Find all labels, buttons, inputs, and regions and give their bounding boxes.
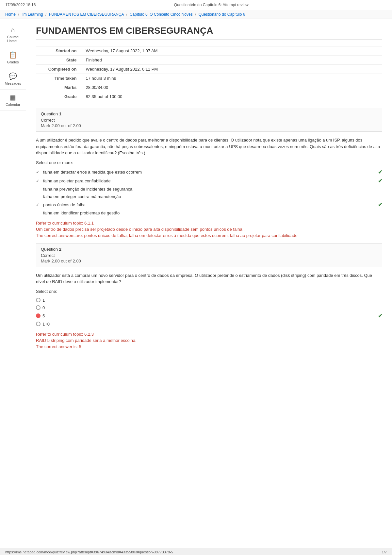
question-2-feedback: Refer to curriculum topic: 6.2.3 RAID 5 …: [36, 332, 382, 349]
question-1-feedback-line2: The correct answers are: pontos únicos d…: [36, 233, 382, 238]
sidebar-label-course-home: CourseHome: [7, 35, 19, 43]
sidebar-label-grades: Grades: [7, 60, 19, 64]
question-2-option-4-text: 1+0: [42, 322, 50, 327]
home-icon: ⌂: [11, 26, 15, 34]
question-2-option-3-text: 5: [42, 313, 45, 318]
question-1-option-2: ✓ falha ao projetar para confiabilidade …: [36, 177, 382, 185]
question-1-feedback: Refer to curriculum topic: 6.1.1 Um cent…: [36, 221, 382, 238]
breadcrumb-quiz[interactable]: Questionário do Capítulo 6: [199, 12, 245, 17]
question-2-option-3: 5 ✔: [36, 311, 382, 320]
question-2-feedback-ref: Refer to curriculum topic: 6.2.3: [36, 332, 382, 337]
info-row-grade: Grade 82.35 out of 100.00: [36, 92, 382, 101]
bottom-bar: https://lms.netacad.com/mod/quiz/review.…: [0, 548, 392, 555]
question-1-content: A um utilizador é pedido que avalie o ce…: [36, 137, 382, 238]
sidebar-item-messages[interactable]: 💬 Messages: [0, 68, 26, 90]
checkmark-icon-q1o1: ✓: [36, 170, 41, 175]
question-1-option-1: ✓ falha em detectar erros à medida que e…: [36, 168, 382, 177]
question-1-box: Question 1 Correct Mark 2.00 out of 2.00: [36, 108, 382, 132]
time-value: 17 hours 3 mins: [82, 74, 382, 83]
messages-icon: 💬: [9, 72, 17, 80]
question-1-option-3-text: falha na prevenção de incidentes de segu…: [43, 187, 132, 192]
completed-label: Completed on: [36, 65, 82, 74]
question-2-box: Question 2 Correct Mark 2.00 out of 2.00: [36, 243, 382, 267]
question-1-number: Question 1: [41, 111, 377, 116]
question-2-num-value: 2: [59, 247, 61, 252]
question-1-option-6: ✓ falha em identificar problemas de gest…: [36, 209, 382, 217]
footer-page: 1/7: [382, 550, 387, 554]
info-row-marks: Marks 28.00/34.00: [36, 83, 382, 92]
question-2-content: Um utilizador está a comprar um novo ser…: [36, 272, 382, 349]
question-1-option-6-text: falha em identificar problemas de gestão: [43, 210, 120, 215]
question-1-mark: Mark 2.00 out of 2.00: [41, 123, 377, 128]
question-1-feedback-ref: Refer to curriculum topic: 6.1.1: [36, 221, 382, 226]
breadcrumb-chapter[interactable]: Capítulo 6: O Conceito Cinco Noves: [130, 12, 193, 17]
top-bar: 17/08/2022 18:16 Questionário do Capítul…: [0, 0, 392, 10]
question-1-option-4: ✓ falha em proteger contra má manutenção: [36, 193, 382, 200]
radio-q2o1: [36, 298, 41, 302]
correct-icon-q2o3: ✔: [378, 313, 382, 319]
question-1-option-2-text: falha ao projetar para confiabilidade: [43, 178, 111, 183]
question-2-mark: Mark 2.00 out of 2.00: [41, 259, 377, 263]
sidebar: ⌂ CourseHome 📋 Grades 💬 Messages ▦ Calen…: [0, 19, 26, 548]
question-2-option-1-text: 1: [42, 298, 45, 303]
question-2-option-1: 1: [36, 296, 382, 304]
sidebar-item-calendar[interactable]: ▦ Calendar: [0, 90, 26, 111]
sidebar-item-grades[interactable]: 📋 Grades: [0, 47, 26, 68]
question-2-option-2: 0: [36, 304, 382, 311]
page-title-header: Questionário do Capítulo 6: Attempt revi…: [174, 3, 249, 7]
info-row-time: Time taken 17 hours 3 mins: [36, 74, 382, 83]
question-2-option-2-text: 0: [42, 305, 45, 310]
question-2-text: Um utilizador está a comprar um novo ser…: [36, 272, 382, 285]
time-label: Time taken: [36, 74, 82, 83]
question-1-num-value: 1: [59, 111, 61, 116]
question-2-feedback-line1: RAID 5 striping com paridade seria a mel…: [36, 338, 382, 343]
breadcrumb: Home / I'm Learning / FUNDAMENTOS EM CIB…: [0, 10, 392, 19]
question-2-number: Question 2: [41, 247, 377, 252]
question-2-feedback-line2: The correct answer is: 5: [36, 344, 382, 349]
info-row-state: State Finished: [36, 56, 382, 65]
marks-label: Marks: [36, 83, 82, 92]
grade-value: 82.35 out of 100.00: [82, 92, 382, 101]
correct-icon-q1o5: ✔: [378, 202, 382, 208]
grade-label: Grade: [36, 92, 82, 101]
question-1-option-5-text: pontos únicos de falha: [43, 202, 86, 207]
footer-url: https://lms.netacad.com/mod/quiz/review.…: [5, 550, 173, 554]
question-1-feedback-line1: Um centro de dados precisa ser projetado…: [36, 227, 382, 232]
breadcrumb-course[interactable]: FUNDAMENTOS EM CIBERSEGURANÇA: [49, 12, 124, 17]
datetime: 17/08/2022 18:16: [5, 3, 36, 7]
question-2-status: Correct: [41, 253, 377, 258]
main-content: FUNDAMENTOS EM CIBERSEGURANÇA Started on…: [26, 19, 392, 548]
checkmark-icon-q1o2: ✓: [36, 178, 41, 183]
correct-icon-q1o1: ✔: [378, 169, 382, 175]
question-1-option-4-text: falha em proteger contra má manutenção: [43, 194, 121, 199]
calendar-icon: ▦: [10, 93, 16, 101]
sidebar-label-messages: Messages: [5, 81, 21, 85]
page-title: FUNDAMENTOS EM CIBERSEGURANÇA: [36, 25, 382, 40]
correct-icon-q1o2: ✔: [378, 178, 382, 184]
radio-q2o2: [36, 305, 41, 310]
radio-q2o3: [36, 313, 41, 318]
layout: ⌂ CourseHome 📋 Grades 💬 Messages ▦ Calen…: [0, 19, 392, 548]
state-value: Finished: [82, 56, 382, 65]
started-value: Wednesday, 17 August 2022, 1:07 AM: [82, 46, 382, 56]
started-label: Started on: [36, 46, 82, 56]
question-1-select-label: Select one or more:: [36, 160, 382, 165]
question-2-option-4: 1+0: [36, 320, 382, 328]
completed-value: Wednesday, 17 August 2022, 6:11 PM: [82, 65, 382, 74]
info-row-started: Started on Wednesday, 17 August 2022, 1:…: [36, 46, 382, 56]
breadcrumb-home[interactable]: Home: [5, 12, 16, 17]
info-row-completed: Completed on Wednesday, 17 August 2022, …: [36, 65, 382, 74]
radio-q2o4: [36, 322, 41, 326]
state-label: State: [36, 56, 82, 65]
grades-icon: 📋: [9, 51, 17, 59]
question-1-text: A um utilizador é pedido que avalie o ce…: [36, 137, 382, 156]
question-2-select-label: Select one:: [36, 289, 382, 294]
question-1-option-3: ✓ falha na prevenção de incidentes de se…: [36, 185, 382, 193]
marks-value: 28.00/34.00: [82, 83, 382, 92]
sidebar-label-calendar: Calendar: [6, 103, 20, 107]
question-1-option-1-text: falha em detectar erros à medida que est…: [43, 170, 142, 175]
info-table: Started on Wednesday, 17 August 2022, 1:…: [36, 46, 382, 101]
question-1-status: Correct: [41, 118, 377, 123]
sidebar-item-course-home[interactable]: ⌂ CourseHome: [0, 22, 26, 47]
breadcrumb-learning[interactable]: I'm Learning: [22, 12, 43, 17]
